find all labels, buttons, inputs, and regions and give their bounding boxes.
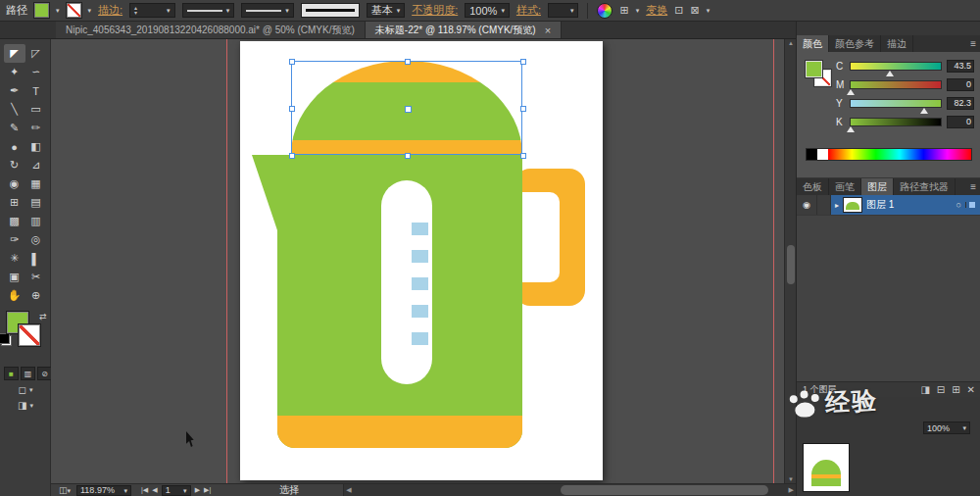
drawing-mode-button[interactable]: ◻▾ [0, 384, 51, 395]
rectangle-tool[interactable]: ▭ [25, 100, 47, 119]
eraser-tool[interactable]: ◧ [25, 137, 47, 156]
magic-wand-tool[interactable]: ✦ [4, 63, 25, 81]
horizontal-scrollbar-thumb[interactable] [561, 485, 768, 495]
chevron-down-icon[interactable]: ▾ [167, 7, 171, 14]
direct-selection-tool[interactable]: ◸ [25, 44, 47, 63]
style-combo[interactable]: ▾ [548, 3, 579, 18]
blend-tool[interactable]: ◎ [25, 230, 47, 249]
chevron-down-icon[interactable]: ▾ [226, 7, 230, 14]
pencil-tool[interactable]: ✏ [25, 119, 47, 137]
last-artboard-icon[interactable]: ▶| [204, 486, 211, 494]
black-swatch[interactable] [807, 149, 817, 160]
selection-handle[interactable] [520, 106, 526, 112]
gauge-stripe[interactable] [412, 223, 428, 235]
slider-value-input[interactable]: 0 [947, 116, 974, 128]
width-profile-combo[interactable]: ▾ [182, 3, 235, 18]
artboard[interactable] [240, 41, 603, 480]
rainbow-spectrum[interactable] [828, 149, 971, 160]
next-artboard-icon[interactable]: ▶ [195, 486, 200, 494]
layer-row-main[interactable]: ▸图层 1○ [831, 195, 980, 215]
style-panel-link[interactable]: 样式: [516, 3, 541, 18]
scroll-right-icon[interactable]: ▶ [789, 486, 794, 494]
slider-track[interactable] [850, 99, 942, 108]
scroll-left-icon[interactable]: ◀ [346, 486, 351, 494]
layer-name[interactable]: 图层 1 [866, 198, 894, 212]
new-layer-icon[interactable]: ⊞ [952, 384, 959, 395]
slice-tool[interactable]: ✂ [25, 268, 47, 286]
guide-line[interactable] [773, 39, 774, 483]
slider-handle[interactable] [847, 89, 855, 95]
transform-panel-link[interactable]: 变换 [646, 3, 667, 18]
perspective-grid-tool[interactable]: ▤ [25, 193, 47, 212]
stroke-panel-link[interactable]: 描边: [98, 3, 122, 18]
chevron-down-icon[interactable]: ▾ [285, 7, 289, 14]
slider-handle[interactable] [886, 71, 894, 76]
panel-tab-颜色参考[interactable]: 颜色参考 [829, 35, 881, 52]
artboard-tool[interactable]: ▣ [4, 268, 25, 286]
zoom-level-input[interactable]: 118.97% ▾ [76, 485, 131, 496]
pen-tool[interactable]: ✒ [4, 81, 25, 100]
vertical-scrollbar[interactable]: ▲ ▼ [784, 39, 796, 483]
hand-tool[interactable]: ✋ [4, 286, 25, 305]
align-options-icon[interactable]: ⊞ [619, 4, 628, 17]
selection-handle[interactable] [289, 106, 295, 112]
distribute-icon[interactable]: ⊡ [674, 4, 683, 17]
stroke-weight-combo[interactable]: ▴▾▾ [129, 3, 175, 18]
panel-menu-icon[interactable]: ≡ [965, 35, 980, 52]
selection-handle[interactable] [405, 59, 411, 65]
prev-artboard-icon[interactable]: ◀ [152, 486, 157, 494]
gradient-tool[interactable]: ▥ [25, 212, 47, 230]
slider-value-input[interactable]: 82.3 [947, 97, 974, 110]
vertical-scrollbar-thumb[interactable] [787, 245, 795, 284]
gauge-stripe[interactable] [412, 277, 428, 290]
gauge-stripe[interactable] [412, 305, 428, 318]
gauge-stripe[interactable] [412, 332, 428, 345]
chevron-down-icon[interactable]: ▾ [707, 7, 710, 14]
scale-tool[interactable]: ⊿ [25, 156, 47, 174]
type-tool[interactable]: T [25, 81, 47, 100]
panel-tab-描边[interactable]: 描边 [881, 35, 913, 52]
stroke-color-swatch[interactable] [67, 3, 81, 18]
color-mode-button[interactable]: ■ [4, 367, 19, 380]
canvas[interactable] [51, 39, 784, 483]
zoom-tool[interactable]: ⊕ [25, 286, 47, 305]
visibility-eye-icon[interactable]: ◉ [797, 195, 817, 215]
opacity-combo[interactable]: 100%▾ [465, 3, 510, 18]
close-tab-icon[interactable]: × [545, 25, 551, 36]
brush-definition-combo[interactable]: ▾ [241, 3, 294, 18]
default-colors-icon[interactable] [1, 335, 12, 346]
guide-line[interactable] [226, 39, 227, 483]
document-tab[interactable]: Nipic_4056343_20190813220426088000.ai* @… [56, 22, 366, 38]
selection-center-point[interactable] [405, 106, 412, 113]
lasso-tool[interactable]: ∽ [25, 63, 47, 81]
layer-thumbnail[interactable] [843, 197, 862, 213]
lock-cell[interactable] [817, 195, 831, 215]
selection-handle[interactable] [520, 153, 526, 159]
selection-handle[interactable] [405, 153, 411, 159]
slider-track[interactable] [850, 80, 942, 89]
stroke-style-preview[interactable] [301, 3, 360, 18]
free-transform-tool[interactable]: ▦ [25, 174, 47, 193]
chevron-down-icon[interactable]: ▾ [183, 487, 187, 494]
panel-tab-图层[interactable]: 图层 [861, 178, 894, 195]
panel-tab-色板[interactable]: 色板 [797, 178, 829, 195]
chevron-down-icon[interactable]: ▾ [68, 487, 72, 494]
panel-tab-画笔[interactable]: 画笔 [829, 178, 861, 195]
shape-builder-tool[interactable]: ⊞ [4, 193, 25, 212]
gradient-mode-button[interactable]: ▥ [21, 367, 35, 380]
chevron-down-icon[interactable]: ▾ [962, 424, 966, 431]
stepper-icon[interactable]: ▴▾ [134, 6, 137, 16]
chevron-down-icon[interactable]: ▾ [636, 7, 640, 14]
first-artboard-icon[interactable]: |◀ [141, 486, 148, 494]
slider-value-input[interactable]: 0 [947, 78, 974, 91]
blob-brush-tool[interactable]: ● [4, 137, 25, 156]
artboard-number-input[interactable]: 1 ▾ [162, 485, 191, 496]
column-graph-tool[interactable]: ▌ [25, 249, 47, 268]
none-mode-button[interactable]: ⊘ [37, 367, 52, 380]
selection-handle[interactable] [520, 59, 526, 65]
chevron-down-icon[interactable]: ▾ [570, 7, 574, 14]
recolor-artwork-icon[interactable] [597, 3, 612, 19]
chevron-down-icon[interactable]: ▾ [397, 7, 401, 14]
paintbrush-tool[interactable]: ✎ [4, 119, 25, 137]
eyedropper-tool[interactable]: ✑ [4, 230, 25, 249]
